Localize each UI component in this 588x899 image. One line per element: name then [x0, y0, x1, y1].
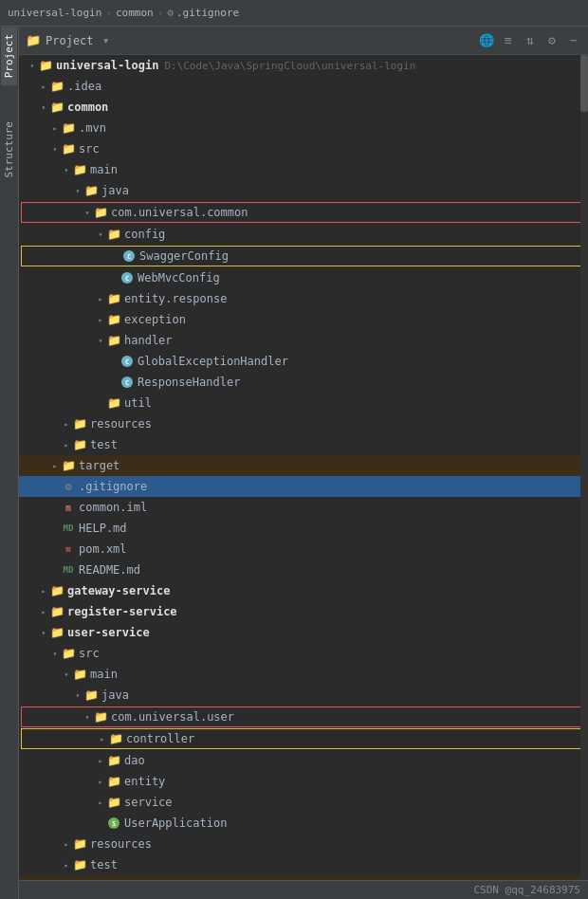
package-icon-user: 📁: [93, 709, 108, 725]
tree-item-user-test[interactable]: 📁 test: [19, 854, 588, 875]
gitignore-file-icon: ⚙: [61, 479, 76, 494]
folder-icon-resources: 📁: [72, 416, 87, 431]
svg-text:C: C: [125, 358, 129, 366]
arrow-closed-entity: [95, 293, 106, 304]
breadcrumb-item-1[interactable]: universal-login: [8, 7, 101, 19]
item-label-target: target: [79, 459, 119, 472]
item-label-swagger: SwaggerConfig: [139, 249, 229, 263]
tree-item-gateway[interactable]: 📁 gateway-service: [19, 580, 588, 601]
tree-item-controller[interactable]: 📁 controller: [21, 728, 586, 749]
folder-icon-handler: 📁: [106, 333, 121, 348]
tree-item-common-iml[interactable]: m common.iml: [19, 497, 588, 518]
item-label-entity-user: entity: [124, 775, 165, 788]
tree-item-help-md[interactable]: MD HELP.md: [19, 518, 588, 539]
iml-icon-common: m: [61, 500, 76, 515]
settings-icon[interactable]: ⚙: [543, 32, 560, 49]
arrow-closed-controller: [97, 733, 108, 744]
arrow-open-main: [61, 164, 72, 175]
folder-icon-target: 📁: [61, 458, 76, 473]
filter-icon[interactable]: ⇅: [522, 32, 539, 49]
project-tab[interactable]: Project: [1, 27, 17, 85]
arrow-closed-service: [95, 797, 106, 808]
arrow-open-user-package: [82, 711, 93, 723]
tree-item-resources[interactable]: 📁 resources: [19, 413, 588, 434]
structure-tab[interactable]: Structure: [1, 114, 17, 186]
tree-item-com-universal-common[interactable]: 📁 com.universal.common: [21, 202, 586, 223]
tree-item-response-handler[interactable]: C ResponseHandler: [19, 372, 588, 393]
tree-item-pom-xml[interactable]: m pom.xml: [19, 539, 588, 560]
tree-item-src[interactable]: 📁 src: [19, 138, 588, 159]
globe-icon[interactable]: 🌐: [478, 32, 495, 49]
tree-item-root[interactable]: 📁 universal-login D:\Code\Java\SpringClo…: [19, 55, 588, 76]
tree-container[interactable]: 📁 universal-login D:\Code\Java\SpringClo…: [19, 55, 588, 899]
folder-icon-exception: 📁: [106, 312, 121, 327]
tree-item-gitignore[interactable]: ⚙ .gitignore: [19, 476, 588, 497]
tree-item-user-service[interactable]: 📁 user-service: [19, 622, 588, 643]
tree-item-user-main[interactable]: 📁 main: [19, 664, 588, 685]
tree-item-target-common[interactable]: 📁 target: [19, 455, 588, 476]
chevron-down-icon[interactable]: ▾: [98, 32, 115, 49]
folder-icon-src: 📁: [61, 141, 76, 156]
arrow-closed-user-test: [61, 859, 72, 871]
tree-item-swagger-config[interactable]: C SwaggerConfig: [21, 246, 586, 266]
tree-item-global-exception[interactable]: C GlobalExceptionHandler: [19, 351, 588, 372]
tree-item-mvn[interactable]: 📁 .mvn: [19, 118, 588, 138]
tree-item-com-universal-user[interactable]: 📁 com.universal.user: [21, 706, 586, 727]
panel-title: Project: [46, 34, 94, 47]
tree-item-dao[interactable]: 📁 dao: [19, 750, 588, 771]
item-label-mvn: .mvn: [79, 121, 106, 135]
arrow-open-src: [49, 143, 61, 155]
folder-icon-user-test: 📁: [72, 857, 87, 872]
folder-icon-main: 📁: [72, 162, 87, 177]
breadcrumb-sep-1: ›: [105, 7, 112, 19]
item-label-user-service: user-service: [67, 626, 150, 639]
tree-item-entity-user[interactable]: 📁 entity: [19, 771, 588, 792]
gitignore-icon: ⚙: [167, 7, 174, 19]
svg-text:C: C: [125, 275, 129, 283]
tree-item-test[interactable]: 📁 test: [19, 434, 588, 455]
tree-item-entity-response[interactable]: 📁 entity.response: [19, 288, 588, 309]
panel-toolbar: 📁 Project ▾ 🌐 ≡ ⇅ ⚙ −: [19, 27, 588, 55]
class-icon-global: C: [119, 354, 135, 369]
tree-item-user-application[interactable]: S UserApplication: [19, 813, 588, 834]
folder-icon-user-src: 📁: [61, 646, 76, 661]
breadcrumb-item-2[interactable]: common: [116, 7, 154, 19]
item-label-global: GlobalExceptionHandler: [138, 355, 288, 368]
tree-item-main[interactable]: 📁 main: [19, 159, 588, 180]
tree-item-user-src[interactable]: 📁 src: [19, 643, 588, 664]
tree-item-register[interactable]: 📁 register-service: [19, 601, 588, 622]
arrow-open-java: [72, 185, 83, 196]
item-label-gateway: gateway-service: [67, 584, 170, 597]
md-icon-readme: MD: [61, 562, 76, 578]
arrow-open-user: [38, 627, 49, 638]
tree-item-idea[interactable]: 📁 .idea: [19, 76, 588, 97]
tree-item-user-resources[interactable]: 📁 resources: [19, 834, 588, 854]
item-label-gitignore: .gitignore: [79, 480, 147, 493]
item-label-user-app: UserApplication: [124, 816, 227, 830]
item-label-response: ResponseHandler: [138, 376, 240, 389]
folder-icon-user-java: 📁: [83, 688, 99, 703]
tree-item-util[interactable]: 📁 util: [19, 393, 588, 413]
arrow-open-user-src: [49, 648, 61, 659]
tree-item-java[interactable]: 📁 java: [19, 180, 588, 201]
tree-item-service[interactable]: 📁 service: [19, 792, 588, 813]
tree-item-webmvc-config[interactable]: C WebMvcConfig: [19, 267, 588, 288]
folder-icon-config: 📁: [106, 227, 121, 242]
folder-icon: 📁: [25, 32, 42, 49]
tree-item-handler[interactable]: 📁 handler: [19, 330, 588, 351]
folder-icon-controller: 📁: [108, 731, 123, 746]
minimize-icon[interactable]: −: [565, 32, 582, 49]
tree-item-config[interactable]: 📁 config: [19, 224, 588, 245]
md-icon-help: MD: [61, 521, 76, 536]
list-icon[interactable]: ≡: [500, 32, 517, 49]
tree-item-exception[interactable]: 📁 exception: [19, 309, 588, 330]
item-label-handler: handler: [124, 334, 173, 347]
tree-item-readme[interactable]: MD README.md: [19, 560, 588, 580]
tree-item-user-java[interactable]: 📁 java: [19, 685, 588, 706]
item-label-service: service: [124, 796, 173, 809]
item-label-test: test: [90, 438, 118, 451]
module-icon-common: 📁: [49, 100, 64, 115]
tree-item-common[interactable]: 📁 common: [19, 97, 588, 118]
item-label-user-main: main: [90, 668, 118, 681]
item-label: universal-login: [56, 59, 158, 72]
